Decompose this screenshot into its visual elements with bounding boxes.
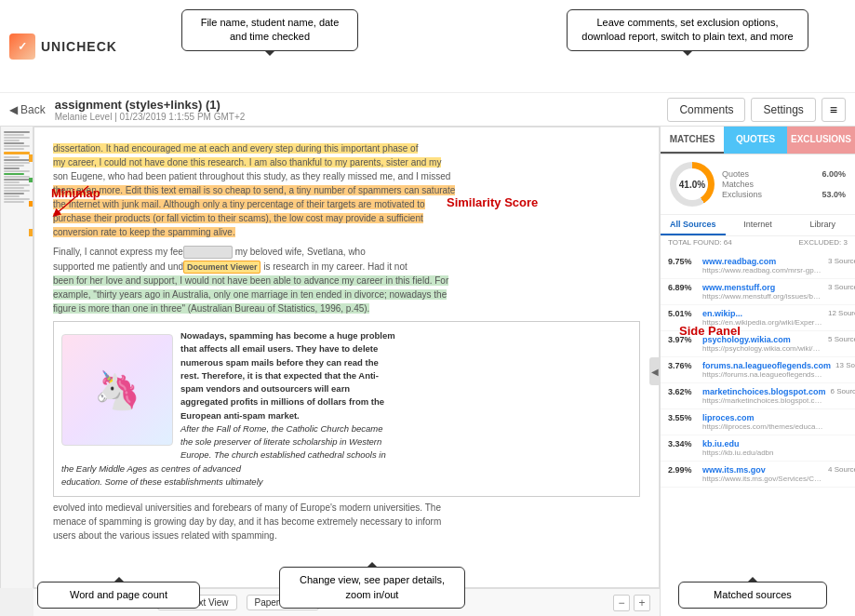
source-item[interactable]: 3.34% kb.iu.edu https://kb.iu.edu/adbn xyxy=(661,435,855,462)
filter-library[interactable]: Library xyxy=(790,215,855,235)
minimap-line xyxy=(4,167,20,169)
highlighted-text: conversion rate to keep the spamming ali… xyxy=(53,227,235,237)
source-count: 3 Sources xyxy=(828,257,855,265)
excluded-label: EXCLUDED: 3 xyxy=(799,238,848,247)
source-pct: 3.76% xyxy=(668,361,698,370)
minimap-bar xyxy=(29,201,33,207)
source-count: 12 Sources xyxy=(828,309,855,317)
minimap-line xyxy=(4,176,30,178)
comments-button[interactable]: Comments xyxy=(667,98,745,122)
word-count: 1520 Words | Page 1 of 4 xyxy=(43,597,148,608)
source-count: 13 Sources xyxy=(835,361,855,369)
source-name: liproces.com xyxy=(702,413,848,422)
minimap-line xyxy=(4,134,24,136)
source-info: psychology.wikia.com https://psychology.… xyxy=(702,335,823,353)
logo-icon: ✓ xyxy=(9,33,35,60)
minimap-line xyxy=(4,137,30,139)
inset-box: 🦄 Nowadays, spamming has become a huge p… xyxy=(53,321,640,497)
source-pct: 5.01% xyxy=(668,309,698,318)
source-name: kb.iu.edu xyxy=(702,439,848,449)
zoom-controls: − + xyxy=(613,595,650,611)
tab-matches[interactable]: MATCHES xyxy=(661,127,724,154)
source-item[interactable]: 5.01% en.wikip... https://en.wikipedia.o… xyxy=(661,305,855,331)
minimap-line xyxy=(4,142,24,144)
minimap-line xyxy=(4,145,30,147)
bottom-toolbar: 1520 Words | Page 1 of 4 Plain Text View… xyxy=(33,588,660,616)
exclusions-value: 53.0% xyxy=(822,190,846,199)
paper-details-button[interactable]: Paper Details xyxy=(247,595,319,610)
source-count: 3 Sources xyxy=(828,283,855,291)
minimap-line xyxy=(4,195,20,197)
doc-paragraph: dissertation. It had encouraged me at ea… xyxy=(53,141,640,239)
exclusions-label: Exclusions xyxy=(722,190,762,199)
minimap-line xyxy=(4,181,20,183)
source-item[interactable]: 2.99% www.its.ms.gov https://www.its.ms.… xyxy=(661,462,855,488)
filter-all-sources[interactable]: All Sources xyxy=(661,215,726,235)
side-tabs: MATCHES QUOTES EXCLUSIONS xyxy=(661,127,855,154)
doc-text-line: supported me patiently and und xyxy=(53,261,183,272)
tab-quotes[interactable]: QUOTES xyxy=(724,127,787,154)
back-arrow-icon: ◀ xyxy=(9,103,18,116)
minimap-line xyxy=(4,190,30,192)
source-url: https://kb.iu.edu/adbn xyxy=(702,449,823,457)
unicorn-image: 🦄 xyxy=(61,334,173,446)
source-item[interactable]: 3.55% liproces.com https://liproces.com/… xyxy=(661,409,855,435)
source-name: en.wikip... xyxy=(702,309,823,318)
source-url: https://www.menstuff.org/issues/byissue/… xyxy=(702,292,823,301)
source-name: psychology.wikia.com xyxy=(702,335,823,344)
zoom-in-button[interactable]: + xyxy=(634,595,650,611)
doc-text-line: evolved into medieval universities and f… xyxy=(53,502,441,513)
collapse-panel-button[interactable]: ◀ xyxy=(649,357,661,385)
minimap-line xyxy=(4,170,30,172)
source-item[interactable]: 6.89% www.menstuff.org https://www.menst… xyxy=(661,279,855,305)
doc-text-line: is research in my career. Had it not xyxy=(261,261,407,272)
source-url: https://psychology.wikia.com/wiki/Experi… xyxy=(702,344,823,353)
doc-text-line: my beloved wife, Svetlana, who xyxy=(233,247,366,257)
source-item[interactable]: 3.76% forums.na.leagueoflegends.com http… xyxy=(661,357,855,383)
source-url: https://marketinchoices.blogspot.com/201… xyxy=(702,396,823,405)
source-url: https://forums.na.leagueoflegends.com/bo… xyxy=(702,370,823,379)
score-row-quotes: Quotes 6.00% xyxy=(722,169,846,179)
source-name: www.readbag.com xyxy=(702,257,823,266)
source-url: https://www.readbag.com/mrsr-gpodors-s46… xyxy=(702,266,823,275)
source-pct: 3.62% xyxy=(668,387,698,396)
minimap-line xyxy=(4,159,30,161)
matches-label: Matches xyxy=(722,180,754,189)
minimap-bar xyxy=(29,229,33,236)
minimap-line xyxy=(4,201,24,203)
doc-paragraph: Finally, I cannot express my fee my belo… xyxy=(53,245,640,315)
source-count: 4 Sources xyxy=(828,465,855,474)
score-row-matches: Matches xyxy=(722,180,846,189)
minimap-line xyxy=(4,187,24,189)
plain-text-view-button[interactable]: Plain Text View xyxy=(157,595,236,610)
redacted-text xyxy=(183,246,233,259)
score-details: Quotes 6.00% Matches Exclusions 53.0% xyxy=(722,168,846,200)
source-item[interactable]: 3.62% marketinchoices.blogspot.com https… xyxy=(661,383,855,409)
logo-area: ✓ UNICHECK xyxy=(0,0,117,93)
source-info: en.wikip... https://en.wikipedia.org/wik… xyxy=(702,309,823,327)
source-name: www.its.ms.gov xyxy=(702,465,823,475)
source-item[interactable]: 9.75% www.readbag.com https://www.readba… xyxy=(661,253,855,279)
source-info: www.readbag.com https://www.readbag.com/… xyxy=(702,257,823,275)
minimap-line xyxy=(4,131,30,133)
similarity-score-circle: 41.0% xyxy=(670,162,715,207)
file-name: assignment (styles+links) (1) xyxy=(55,98,659,112)
score-row-exclusions: Exclusions 53.0% xyxy=(722,190,846,199)
minimap-bar xyxy=(29,178,33,182)
source-pct: 2.99% xyxy=(668,465,698,475)
back-label: Back xyxy=(20,103,46,116)
back-button[interactable]: ◀ Back xyxy=(9,103,46,116)
logo: ✓ UNICHECK xyxy=(9,33,117,60)
zoom-out-button[interactable]: − xyxy=(613,595,630,611)
menu-button[interactable]: ≡ xyxy=(822,98,846,122)
filter-internet[interactable]: Internet xyxy=(726,215,791,235)
settings-button[interactable]: Settings xyxy=(751,98,815,122)
source-info: marketinchoices.blogspot.com https://mar… xyxy=(702,387,826,405)
tab-exclusions[interactable]: EXCLUSIONS xyxy=(787,127,855,154)
source-item[interactable]: 3.97% psychology.wikia.com https://psych… xyxy=(661,331,855,357)
score-value: 41.0% xyxy=(676,168,708,200)
minimap-lines xyxy=(1,127,33,208)
minimap-line xyxy=(4,156,20,158)
minimap-line xyxy=(4,173,24,175)
doc-paragraph: evolved into medieval universities and f… xyxy=(53,501,640,542)
